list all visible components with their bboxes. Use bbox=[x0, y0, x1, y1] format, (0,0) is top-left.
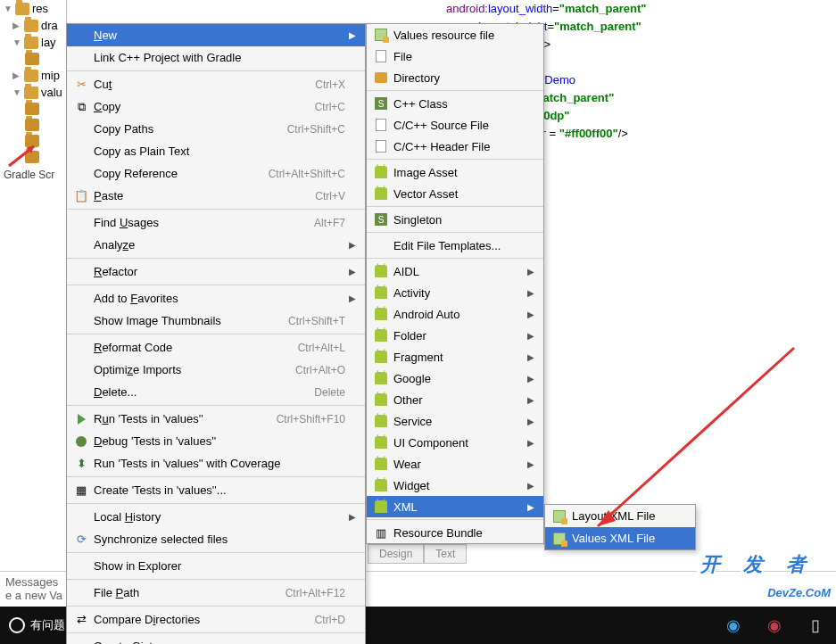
menu-item-copy-reference[interactable]: Copy ReferenceCtrl+Alt+Shift+C bbox=[67, 162, 365, 185]
menu-item-add-to-favorites[interactable]: Add to Favorites▶ bbox=[67, 287, 365, 310]
tray-icon[interactable]: ◉ bbox=[754, 607, 795, 644]
menu-label: Cut bbox=[90, 78, 315, 91]
tray-icon[interactable]: ◉ bbox=[713, 607, 754, 644]
new-item-aidl[interactable]: AIDL▶ bbox=[367, 260, 543, 282]
menu-item-show-in-explorer[interactable]: Show in Explorer bbox=[67, 555, 365, 577]
menu-item-reformat-code[interactable]: Reformat CodeCtrl+Alt+L bbox=[67, 336, 365, 359]
menu-label: Debug 'Tests in 'values'' bbox=[90, 434, 349, 448]
xml-item-values-xml-file[interactable]: Values XML File bbox=[545, 527, 695, 549]
xml-file-icon bbox=[550, 533, 568, 545]
tree-item-res[interactable]: ▼res bbox=[0, 0, 66, 17]
menu-label: Google bbox=[390, 372, 527, 385]
menu-label: Widget bbox=[390, 479, 527, 492]
menu-item-copy-paths[interactable]: Copy PathsCtrl+Shift+C bbox=[67, 118, 365, 140]
menu-item-create-tests-in-values[interactable]: ▦Create 'Tests in 'values''... bbox=[67, 479, 365, 501]
new-item-edit-file-templates[interactable]: Edit File Templates... bbox=[367, 235, 543, 256]
tree-item[interactable] bbox=[0, 133, 66, 149]
menu-label: Service bbox=[390, 415, 527, 428]
menu-label: File Path bbox=[90, 586, 286, 599]
new-item-fragment[interactable]: Fragment▶ bbox=[367, 346, 543, 367]
file-icon bbox=[372, 50, 390, 62]
tree-item-mipmap[interactable]: ▶mip bbox=[0, 67, 66, 84]
xml-item-layout-xml-file[interactable]: Layout XML File bbox=[545, 505, 695, 527]
menu-item-create-gist[interactable]: Create Gist... bbox=[67, 635, 365, 644]
android-icon bbox=[372, 166, 390, 178]
menu-item-local-history[interactable]: Local History▶ bbox=[67, 506, 365, 528]
android-icon bbox=[372, 286, 390, 299]
new-item-folder[interactable]: Folder▶ bbox=[367, 325, 543, 346]
new-item-directory[interactable]: Directory bbox=[367, 67, 543, 88]
menu-item-new[interactable]: New▶ bbox=[67, 24, 365, 46]
cut-icon: ✂ bbox=[72, 78, 90, 91]
tree-item-values[interactable]: ▼valu bbox=[0, 84, 66, 101]
menu-item-compare-directories[interactable]: ⇄Compare DirectoriesCtrl+D bbox=[67, 608, 365, 631]
menu-item-analyze[interactable]: Analyze▶ bbox=[67, 234, 365, 256]
tab-text[interactable]: Text bbox=[424, 544, 467, 564]
tree-item[interactable] bbox=[0, 149, 66, 165]
menu-item-run-tests-in-values-with-coverage[interactable]: ⬍Run 'Tests in 'values'' with Coverage bbox=[67, 452, 365, 475]
menu-separator bbox=[67, 285, 365, 285]
xml-file-icon bbox=[550, 510, 568, 523]
new-item-c-class[interactable]: SC++ Class bbox=[367, 93, 543, 114]
menu-item-synchronize-selected-files[interactable]: ⟳Synchronize selected files bbox=[67, 528, 365, 550]
menu-item-link-c-project-with-gradle[interactable]: Link C++ Project with Gradle bbox=[67, 46, 365, 69]
menu-item-delete[interactable]: Delete...Delete bbox=[67, 381, 365, 403]
menu-item-copy-as-plain-text[interactable]: Copy as Plain Text bbox=[67, 140, 365, 162]
new-item-google[interactable]: Google▶ bbox=[367, 367, 543, 389]
tree-item[interactable] bbox=[0, 51, 66, 67]
menu-label: Create 'Tests in 'values''... bbox=[90, 483, 349, 497]
new-item-service[interactable]: Service▶ bbox=[367, 410, 543, 432]
gradle-scripts-label[interactable]: Gradle Scr bbox=[0, 165, 66, 185]
new-item-c-c-source-file[interactable]: C/C++ Source File bbox=[367, 114, 543, 136]
menu-label: Delete... bbox=[90, 385, 314, 399]
menu-label: File bbox=[390, 50, 527, 63]
tray-icon[interactable]: ▯ bbox=[795, 607, 836, 644]
submenu-arrow-icon: ▶ bbox=[527, 502, 538, 512]
new-item-singleton[interactable]: SSingleton bbox=[367, 209, 543, 230]
menu-label: Resource Bundle bbox=[390, 526, 527, 540]
menu-item-file-path[interactable]: File PathCtrl+Alt+F12 bbox=[67, 582, 365, 604]
menu-item-find-usages[interactable]: Find UsagesAlt+F7 bbox=[67, 211, 365, 234]
menu-item-cut[interactable]: ✂CutCtrl+X bbox=[67, 73, 365, 95]
menu-separator bbox=[367, 258, 543, 259]
menu-item-optimize-imports[interactable]: Optimize ImportsCtrl+Alt+O bbox=[67, 359, 365, 381]
cortana-search[interactable]: 有问题 bbox=[0, 617, 74, 633]
new-item-values-resource-file[interactable]: Values resource file bbox=[367, 24, 543, 45]
new-item-c-c-header-file[interactable]: C/C++ Header File bbox=[367, 136, 543, 157]
tree-item[interactable] bbox=[0, 101, 66, 117]
menu-label: Local History bbox=[90, 510, 349, 524]
new-item-xml[interactable]: XML▶ bbox=[367, 496, 543, 517]
menu-label: Run 'Tests in 'values'' bbox=[90, 412, 277, 425]
menu-item-refactor[interactable]: Refactor▶ bbox=[67, 260, 365, 283]
new-item-android-auto[interactable]: Android Auto▶ bbox=[367, 303, 543, 325]
menu-label: Add to Favorites bbox=[90, 292, 349, 305]
new-item-ui-component[interactable]: UI Component▶ bbox=[367, 432, 543, 453]
menu-item-copy[interactable]: ⧉CopyCtrl+C bbox=[67, 95, 365, 118]
menu-shortcut: Ctrl+V bbox=[315, 190, 349, 202]
new-item-activity[interactable]: Activity▶ bbox=[367, 282, 543, 303]
menu-label: C++ Class bbox=[390, 97, 527, 111]
menu-label: Singleton bbox=[390, 213, 527, 227]
new-item-widget[interactable]: Widget▶ bbox=[367, 475, 543, 496]
new-item-vector-asset[interactable]: Vector Asset bbox=[367, 183, 543, 204]
file-icon bbox=[25, 135, 39, 147]
menu-item-run-tests-in-values[interactable]: Run 'Tests in 'values''Ctrl+Shift+F10 bbox=[67, 408, 365, 430]
tree-item[interactable] bbox=[0, 117, 66, 133]
new-item-image-asset[interactable]: Image Asset bbox=[367, 161, 543, 183]
menu-item-debug-tests-in-values[interactable]: Debug 'Tests in 'values'' bbox=[67, 430, 365, 452]
new-item-wear[interactable]: Wear▶ bbox=[367, 453, 543, 475]
new-item-resource-bundle[interactable]: ▥Resource Bundle bbox=[367, 522, 543, 543]
tree-item-drawable[interactable]: ▶dra bbox=[0, 17, 66, 34]
cortana-icon bbox=[9, 617, 25, 633]
submenu-arrow-icon: ▶ bbox=[527, 481, 538, 491]
file-icon bbox=[372, 140, 390, 153]
android-icon bbox=[372, 415, 390, 427]
new-item-file[interactable]: File bbox=[367, 45, 543, 67]
folder-icon bbox=[24, 20, 38, 32]
menu-separator bbox=[67, 579, 365, 580]
tab-design[interactable]: Design bbox=[368, 544, 424, 564]
tree-item-layout[interactable]: ▼lay bbox=[0, 34, 66, 51]
new-item-other[interactable]: Other▶ bbox=[367, 389, 543, 410]
menu-item-show-image-thumbnails[interactable]: Show Image ThumbnailsCtrl+Shift+T bbox=[67, 310, 365, 332]
menu-item-paste[interactable]: 📋PasteCtrl+V bbox=[67, 185, 365, 207]
